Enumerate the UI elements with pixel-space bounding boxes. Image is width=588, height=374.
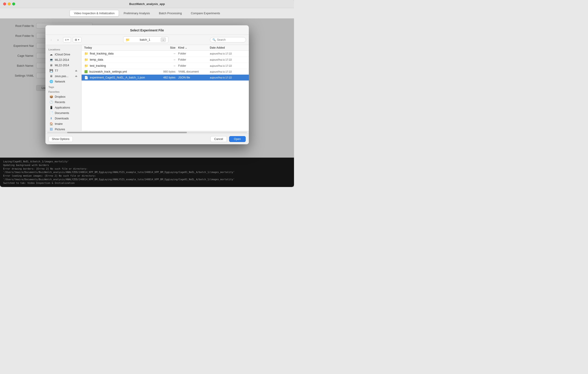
file-date-yaml: aujourd'hui à 17:22 xyxy=(210,70,246,73)
home-icon: 🏠 xyxy=(50,122,53,126)
eject-icon-zeus[interactable]: ⏏ xyxy=(75,75,77,77)
scrollbar-thumb[interactable] xyxy=(67,132,187,133)
search-input[interactable] xyxy=(217,38,244,41)
folder-chevron-button[interactable]: ⌄ xyxy=(161,38,166,42)
sidebar-item-label-t7: T7 xyxy=(55,69,58,72)
file-date-json: aujourd'hui à 17:22 xyxy=(210,76,246,79)
file-row-yaml[interactable]: 🟩 buzzwatch_track_settings.yml 980 bytes… xyxy=(82,69,249,75)
current-folder-name: batch_1 xyxy=(140,38,150,41)
sidebar-item-documents[interactable]: 📄 Documents xyxy=(46,110,80,116)
sidebar-item-label-applications: Applications xyxy=(55,106,70,109)
file-row-test-tracking[interactable]: 📁 test_tracking -- Folder aujourd'hui à … xyxy=(82,63,249,69)
folder-icon: 📁 xyxy=(126,38,129,42)
file-name-final: final_tracking_data xyxy=(90,52,156,55)
dropbox-icon: 📦 xyxy=(50,95,53,98)
tab-preliminary-analysis[interactable]: Preliminary Analysis xyxy=(119,10,154,17)
search-box[interactable]: 🔍 xyxy=(210,37,246,43)
sidebar-item-ml22-b[interactable]: 🖥 ML22-2014 xyxy=(46,63,80,68)
sidebar: Locations ☁ iCloud Drive 💻 ML22-2014 🖥 M… xyxy=(45,45,82,131)
sidebar-item-applications[interactable]: 📱 Applications xyxy=(46,105,80,110)
back-button[interactable]: ‹ xyxy=(48,37,54,42)
tab-batch-processing[interactable]: Batch Processing xyxy=(155,10,186,17)
applications-icon: 📱 xyxy=(50,106,53,109)
sidebar-item-zeus[interactable]: 🖥 zeus.pas... ⏏ xyxy=(46,74,80,79)
col-header-kind[interactable]: Kind ⌄ xyxy=(178,46,210,49)
show-options-button[interactable]: Show Options xyxy=(49,136,73,142)
dialog-toolbar: ‹ › ≡ ▼ ⊞ ▼ 📁 batch_1 xyxy=(45,35,249,45)
sort-chevron-icon: ⌄ xyxy=(185,47,187,49)
sidebar-item-label-documents: Documents xyxy=(55,111,69,115)
sidebar-item-label-tmaire: tmaire xyxy=(55,122,63,126)
dialog-title: Select Experiment File xyxy=(45,25,249,35)
file-kind-yaml: YAML document xyxy=(178,70,210,73)
sidebar-section-favorites: Favorites xyxy=(45,89,81,94)
grid-view-button[interactable]: ⊞ ▼ xyxy=(73,37,82,43)
file-date-test: aujourd'hui à 17:22 xyxy=(210,64,246,67)
sidebar-item-icloud[interactable]: ☁ iCloud Drive xyxy=(46,52,80,57)
app-window: BuzzWatch_analysis_app Video Inspection … xyxy=(0,0,294,187)
sidebar-item-label-recents: Recents xyxy=(55,101,65,104)
documents-icon: 📄 xyxy=(50,111,53,115)
traffic-lights xyxy=(3,2,15,5)
file-list-header: Today Size Kind ⌄ Date Added xyxy=(82,45,249,51)
current-folder-pill[interactable]: 📁 batch_1 ⌄ xyxy=(123,36,168,43)
list-view-chevron-icon: ▼ xyxy=(67,39,69,41)
file-row-final-tracking-data[interactable]: 📁 final_tracking_data -- Folder aujourd'… xyxy=(82,51,249,57)
nav-buttons: ‹ › xyxy=(48,37,61,42)
file-size-yaml: 980 bytes xyxy=(156,70,178,73)
file-list: 📁 final_tracking_data -- Folder aujourd'… xyxy=(82,51,249,131)
sidebar-item-label-ml22-a: ML22-2014 xyxy=(55,58,69,62)
file-row-temp-data[interactable]: 📁 temp_data -- Folder aujourd'hui à 17:2… xyxy=(82,57,249,63)
sidebar-item-label-ml22-b: ML22-2014 xyxy=(55,64,69,67)
forward-button[interactable]: › xyxy=(55,37,61,42)
json-file-icon: 📄 xyxy=(84,76,88,79)
location-display: 📁 batch_1 ⌄ xyxy=(83,36,208,43)
col-header-size[interactable]: Size xyxy=(156,46,178,49)
list-view-button[interactable]: ≡ ▼ xyxy=(63,37,71,43)
tab-video-inspection[interactable]: Video Inspection & Initialization xyxy=(70,10,119,17)
sidebar-item-t7[interactable]: 💾 T7 ⏏ xyxy=(46,68,80,73)
sidebar-item-label-pictures: Pictures xyxy=(55,128,65,131)
file-size-json: 482 bytes xyxy=(156,76,178,79)
folder-icon-final: 📁 xyxy=(84,52,88,55)
eject-icon[interactable]: ⏏ xyxy=(75,69,77,72)
col-header-name[interactable]: Today xyxy=(84,46,156,49)
cloud-icon: ☁ xyxy=(50,53,53,56)
sidebar-item-label-icloud: iCloud Drive xyxy=(55,53,70,56)
dialog-overlay: Select Experiment File ‹ › ≡ ▼ ⊞ ▼ xyxy=(0,19,294,187)
sidebar-item-downloads[interactable]: ⬇ Downloads xyxy=(46,116,80,121)
grid-view-chevron-icon: ▼ xyxy=(77,39,80,41)
col-header-date[interactable]: Date Added xyxy=(210,46,246,49)
cancel-button[interactable]: Cancel xyxy=(210,136,227,142)
file-kind-test: Folder xyxy=(178,64,210,67)
sidebar-item-label-downloads: Downloads xyxy=(55,117,69,120)
server-icon: 🖥 xyxy=(50,75,53,78)
scrollbar-track xyxy=(47,132,247,133)
list-view-icon: ≡ xyxy=(65,38,67,41)
minimize-button[interactable] xyxy=(8,2,10,5)
sidebar-item-recents[interactable]: 🕐 Recents xyxy=(46,99,80,105)
tab-compare-experiments[interactable]: Compare Experiments xyxy=(186,10,224,17)
main-content: Root Folder fo Root Folder fo Experiment… xyxy=(0,19,294,187)
maximize-button[interactable] xyxy=(12,2,15,5)
horizontal-scrollbar[interactable] xyxy=(45,131,249,134)
sidebar-item-tmaire[interactable]: 🏠 tmaire xyxy=(46,121,80,126)
folder-icon-temp: 📁 xyxy=(84,58,88,62)
footer-actions: Cancel Open xyxy=(210,136,246,142)
sidebar-item-pictures[interactable]: 🖼 Pictures xyxy=(46,127,80,131)
sidebar-item-network[interactable]: 🌐 Network xyxy=(46,79,80,84)
file-name-json: experiment_Cage01_NoEL_A_batch_1.json xyxy=(90,76,156,79)
sidebar-item-dropbox[interactable]: 📦 Dropbox xyxy=(46,94,80,99)
file-row-json[interactable]: 📄 experiment_Cage01_NoEL_A_batch_1.json … xyxy=(82,75,249,81)
recents-icon: 🕐 xyxy=(50,100,53,104)
file-kind-temp: Folder xyxy=(178,58,210,61)
file-size-final: -- xyxy=(156,52,178,55)
file-date-temp: aujourd'hui à 17:22 xyxy=(210,58,246,61)
folder-icon-test: 📁 xyxy=(84,64,88,68)
open-button[interactable]: Open xyxy=(229,136,246,142)
file-kind-json: JSON file xyxy=(178,76,210,79)
close-button[interactable] xyxy=(3,2,6,5)
display-icon: 🖥 xyxy=(50,64,53,67)
file-name-yaml: buzzwatch_track_settings.yml xyxy=(89,70,156,73)
sidebar-item-ml22-a[interactable]: 💻 ML22-2014 xyxy=(46,57,80,62)
